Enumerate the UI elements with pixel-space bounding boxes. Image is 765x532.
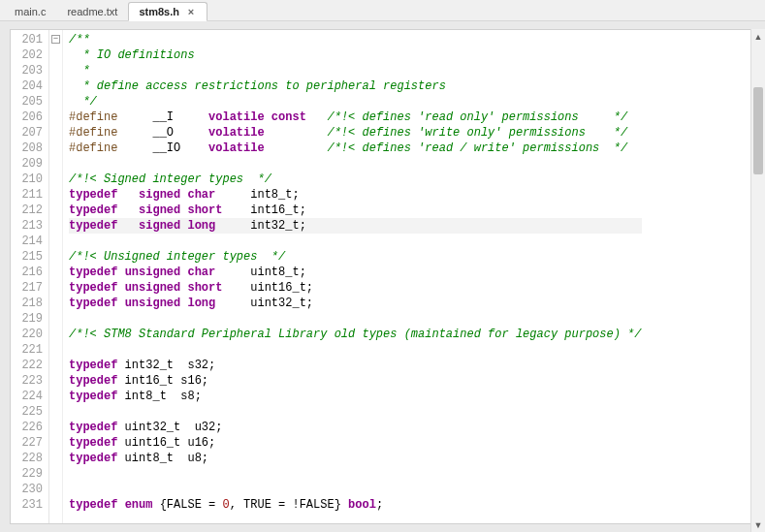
close-icon[interactable]: × [185, 6, 197, 17]
code-line[interactable]: typedef unsigned char uint8_t; [69, 265, 642, 280]
code-line[interactable] [69, 466, 642, 482]
code-content[interactable]: /** * IO definitions * * define access r… [63, 30, 642, 523]
tab-label: main.c [15, 6, 46, 17]
code-line[interactable]: /*!< Unsigned integer types */ [69, 249, 642, 265]
code-line[interactable]: typedef signed char int8_t; [69, 187, 642, 203]
code-line[interactable] [69, 234, 642, 249]
tab-bar: main.creadme.txtstm8s.h× [0, 0, 765, 21]
code-line[interactable]: */ [69, 94, 642, 110]
fold-column: − [49, 30, 63, 523]
scroll-thumb[interactable] [753, 87, 763, 174]
editor-area: 201 202 203 204 205 206 207 208 209 210 … [0, 21, 765, 532]
code-line[interactable]: typedef uint16_t u16; [69, 435, 642, 451]
code-line[interactable]: /*!< STM8 Standard Peripheral Library ol… [69, 327, 642, 342]
code-line[interactable]: typedef signed long int32_t; [69, 218, 642, 234]
vertical-scrollbar[interactable]: ▲ ▼ [750, 29, 765, 532]
code-line[interactable] [69, 156, 642, 172]
tab-stm8s-h[interactable]: stm8s.h× [128, 2, 207, 21]
tab-label: readme.txt [67, 6, 117, 17]
code-line[interactable]: * IO definitions [69, 47, 642, 63]
code-line[interactable]: #define __O volatile /*!< defines 'write… [69, 125, 642, 141]
code-line[interactable]: typedef int8_t s8; [69, 389, 642, 404]
tab-label: stm8s.h [139, 6, 179, 17]
scroll-down-button[interactable]: ▼ [751, 517, 765, 532]
fold-toggle-icon[interactable]: − [51, 35, 60, 44]
code-line[interactable]: /*!< Signed integer types */ [69, 172, 642, 187]
code-line[interactable]: #define __IO volatile /*!< defines 'read… [69, 141, 642, 156]
code-line[interactable]: * define access restrictions to peripher… [69, 78, 642, 94]
scroll-up-button[interactable]: ▲ [751, 29, 765, 44]
code-line[interactable] [69, 404, 642, 420]
code-line[interactable] [69, 342, 642, 358]
code-line[interactable]: typedef signed short int16_t; [69, 203, 642, 218]
code-line[interactable] [69, 311, 642, 327]
code-line[interactable]: * [69, 63, 642, 78]
tab-main-c[interactable]: main.c [4, 1, 56, 20]
code-line[interactable] [69, 482, 642, 497]
code-line[interactable]: typedef uint8_t u8; [69, 451, 642, 466]
code-line[interactable]: typedef uint32_t u32; [69, 420, 642, 435]
code-line[interactable]: /** [69, 32, 642, 47]
code-line[interactable]: typedef int32_t s32; [69, 358, 642, 373]
code-line[interactable]: typedef int16_t s16; [69, 373, 642, 389]
code-line[interactable]: typedef unsigned long uint32_t; [69, 296, 642, 311]
code-line[interactable]: typedef unsigned short uint16_t; [69, 280, 642, 296]
code-line[interactable]: #define __I volatile const /*!< defines … [69, 110, 642, 125]
code-line[interactable]: typedef enum {FALSE = 0, TRUE = !FALSE} … [69, 497, 642, 513]
code-editor[interactable]: 201 202 203 204 205 206 207 208 209 210 … [10, 29, 755, 524]
line-number-gutter: 201 202 203 204 205 206 207 208 209 210 … [11, 30, 49, 523]
tab-readme-txt[interactable]: readme.txt [56, 1, 128, 20]
